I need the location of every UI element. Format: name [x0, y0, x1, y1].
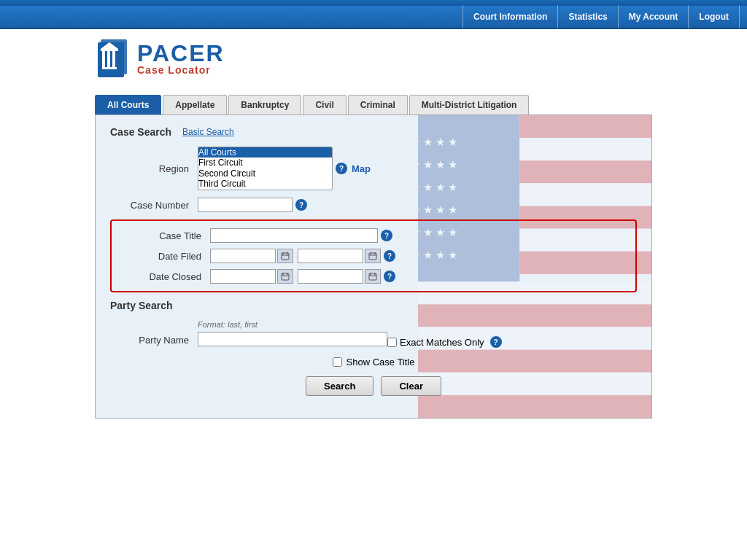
tab-all-courts[interactable]: All Courts: [95, 95, 161, 114]
basic-search-link[interactable]: Basic Search: [182, 127, 234, 137]
clear-button[interactable]: Clear: [381, 376, 441, 396]
date-closed-from-input[interactable]: [210, 269, 276, 284]
calendar-icon: [281, 252, 290, 260]
red-section: Case Title ? Date Filed: [110, 219, 637, 292]
btn-row: Search Clear: [110, 376, 637, 396]
logout-link[interactable]: Logout: [689, 5, 740, 28]
date-closed-to-input[interactable]: [298, 269, 363, 284]
calendar-icon-3: [281, 272, 290, 281]
date-closed-to-calendar-button[interactable]: [365, 269, 381, 284]
party-name-label: Party Name: [110, 320, 198, 346]
header: PACER Case Locator: [0, 29, 747, 88]
case-title-input[interactable]: [210, 228, 378, 243]
logo-text: PACER Case Locator: [137, 42, 225, 75]
tabs-row: All Courts Appellate Bankruptcy Civil Cr…: [95, 88, 652, 114]
date-closed-from-calendar-button[interactable]: [277, 269, 293, 284]
search-box-content: Case Search Basic Search Region All Cour…: [110, 126, 637, 396]
tab-criminal[interactable]: Criminal: [348, 95, 408, 114]
party-search-title: Party Search: [110, 300, 173, 311]
exact-matches-container: Exact Matches Only ?: [387, 320, 502, 348]
case-search-header: Case Search Basic Search: [110, 126, 637, 138]
show-case-title-label: Show Case Title: [347, 357, 415, 368]
case-number-input[interactable]: [198, 198, 293, 212]
region-option-first: First Circuit: [198, 158, 332, 168]
svg-rect-21: [418, 395, 651, 418]
search-button[interactable]: Search: [306, 376, 374, 396]
tab-appellate[interactable]: Appellate: [163, 95, 227, 114]
tab-civil[interactable]: Civil: [303, 95, 346, 114]
date-closed-help-icon[interactable]: ?: [384, 271, 395, 282]
nav-links: Court Information Statistics My Account …: [462, 5, 740, 28]
case-number-help-icon[interactable]: ?: [295, 199, 307, 211]
party-name-input[interactable]: [198, 332, 387, 346]
search-box: ★ ★ ★ ★ ★ ★ ★ ★ ★ ★ ★ ★ ★ ★ ★ ★ ★ ★ ★ ★ …: [95, 114, 652, 419]
case-locator-label: Case Locator: [137, 65, 225, 75]
show-case-title-checkbox[interactable]: [333, 357, 342, 367]
calendar-icon-4: [368, 272, 377, 281]
region-option-third: Third Circuit: [198, 179, 332, 189]
calendar-icon-2: [368, 252, 377, 260]
svg-rect-5: [101, 49, 118, 51]
date-filed-label: Date Filed: [123, 251, 210, 262]
statistics-link[interactable]: Statistics: [558, 5, 618, 28]
svg-rect-4: [112, 51, 115, 67]
pacer-label: PACER: [137, 42, 225, 65]
party-name-row: Party Name Format: last, first Exact Mat…: [110, 320, 637, 348]
show-case-title-row: Show Case Title: [110, 357, 637, 368]
date-filed-to-calendar-button[interactable]: [365, 249, 381, 263]
pacer-logo-icon: [95, 36, 134, 80]
region-option-second: Second Circuit: [198, 168, 332, 179]
party-inputs: Format: last, first: [198, 320, 387, 346]
party-search-header: Party Search: [110, 300, 637, 311]
date-filed-from-calendar-button[interactable]: [277, 249, 293, 263]
svg-rect-3: [107, 51, 110, 67]
region-option-all: All Courts: [198, 147, 332, 158]
date-filed-help-icon[interactable]: ?: [384, 250, 395, 262]
svg-rect-2: [102, 51, 105, 67]
case-number-label: Case Number: [110, 200, 198, 211]
pacer-logo: PACER Case Locator: [95, 36, 225, 80]
date-filed-row: Date Filed: [123, 249, 624, 263]
date-closed-label: Date Closed: [123, 271, 210, 282]
case-title-label: Case Title: [123, 230, 210, 241]
map-link[interactable]: Map: [352, 163, 371, 174]
region-label: Region: [110, 163, 198, 174]
tab-bankruptcy[interactable]: Bankruptcy: [228, 95, 301, 114]
nav-bar: Court Information Statistics My Account …: [0, 6, 747, 29]
date-filed-to-input[interactable]: [298, 249, 363, 263]
court-information-link[interactable]: Court Information: [462, 5, 558, 28]
case-title-help-icon[interactable]: ?: [381, 230, 392, 241]
my-account-link[interactable]: My Account: [619, 5, 689, 28]
region-row: Region All Courts First Circuit Second C…: [110, 147, 637, 190]
exact-matches-checkbox[interactable]: [387, 338, 397, 347]
date-filed-from-input[interactable]: [210, 249, 276, 263]
svg-rect-6: [102, 67, 117, 69]
date-closed-row: Date Closed: [123, 269, 624, 284]
exact-matches-label: Exact Matches Only: [400, 337, 484, 348]
tab-multi-district[interactable]: Multi-District Litigation: [409, 95, 530, 114]
region-select[interactable]: All Courts First Circuit Second Circuit …: [198, 147, 333, 190]
case-title-row: Case Title ?: [123, 228, 624, 243]
main-content: All Courts Appellate Bankruptcy Civil Cr…: [0, 88, 747, 419]
region-help-icon[interactable]: ?: [336, 163, 347, 174]
case-number-row: Case Number ?: [110, 198, 637, 212]
case-search-title: Case Search: [110, 126, 171, 138]
exact-matches-help-icon[interactable]: ?: [490, 336, 502, 348]
format-hint: Format: last, first: [198, 320, 387, 329]
